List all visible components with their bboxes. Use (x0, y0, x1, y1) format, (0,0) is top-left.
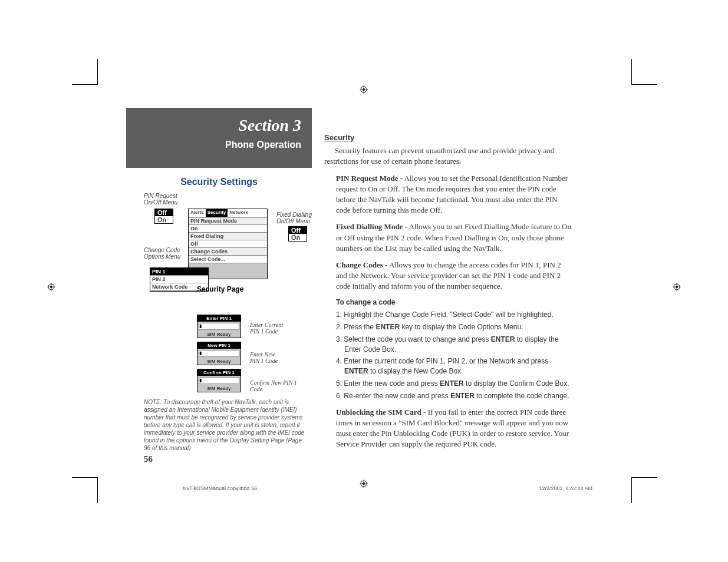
fixed-dialling-paragraph: Fixed Dialling Mode - Allows you to set … (336, 222, 572, 254)
code-entry-boxes: Enter PIN 1 SIM Ready Enter Current PIN … (126, 315, 312, 392)
pin-request-label: PIN Request On/Off Menu (144, 193, 177, 206)
crop-mark-br (631, 477, 657, 503)
confirm-label: Confirm New PIN 1 Code (250, 379, 297, 392)
section-subtitle: Phone Operation (126, 140, 301, 150)
off-option: Off (155, 209, 173, 216)
off-option: Off (289, 227, 307, 234)
pin-input (199, 323, 239, 330)
step-4: 4. Enter the current code for PIN 1, PIN… (336, 356, 572, 376)
confirm-pin-header: Confirm PIN 1 (197, 369, 241, 376)
note-text: NOTE: To discourage theft of your NavTal… (126, 398, 312, 452)
tab-security: Security (206, 209, 228, 217)
registration-mark-icon (47, 283, 55, 293)
section-title: Section 3 (126, 116, 301, 135)
unblock-paragraph: Unblocking the SIM Card - If you fail to… (336, 407, 572, 450)
step-6: 6. Re-enter the new code and press ENTER… (336, 391, 572, 401)
page-number: 56 (144, 454, 312, 464)
change-code-label: Change Code Options Menu (144, 247, 180, 260)
footer-timestamp: 12/2/2002, 8:42:44 AM (539, 485, 592, 491)
menu-fixed-dialing: Fixed Dialing (189, 233, 267, 240)
pin-input (199, 350, 239, 357)
crop-mark-tr (631, 59, 657, 85)
footer-filename: NvTlkGSMManual copy.indd 56 (183, 485, 257, 491)
crop-mark-tl (72, 59, 98, 85)
enter-new-label: Enter New PIN 1 Code (250, 351, 278, 364)
footer-meta: NvTlkGSMManual copy.indd 56 12/2/2002, 8… (183, 485, 592, 491)
change-codes-label: Change Codes - (336, 260, 387, 269)
step-2: 2. Press the ENTER key to display the Co… (336, 322, 572, 332)
diagram-area: PIN Request On/Off Menu Off On Fixed Dia… (126, 191, 312, 309)
change-codes-paragraph: Change Codes - Allows you to change the … (336, 260, 572, 292)
tab-network: Network (228, 209, 250, 217)
fixed-dialling-label: Fixed Dialling On/Off Menu (276, 211, 312, 224)
confirm-pin-box: Confirm PIN 1 SIM Ready (197, 369, 241, 392)
new-pin-box: New PIN 1 SIM Ready (197, 342, 241, 365)
pin-request-toggle: Off On (154, 209, 173, 224)
menu-off: Off (189, 240, 267, 248)
enter-current-label: Enter Current PIN 1 Code (250, 322, 283, 335)
enter-pin-box: Enter PIN 1 SIM Ready (197, 315, 241, 338)
unblock-label: Unblocking the SIM Card - (336, 408, 426, 416)
fixed-dialling-toggle: Off On (288, 226, 307, 242)
menu-on: On (189, 225, 267, 233)
step-1: 1. Highlight the Change Code Field. "Sel… (336, 310, 572, 320)
code-pin2: PIN 2 (150, 276, 208, 283)
security-page-caption: Security Page (197, 285, 243, 293)
tab-alerts: Alerts (189, 209, 206, 217)
pin-request-paragraph: PIN Request Mode - Allows you to set the… (336, 173, 572, 216)
sim-ready-label: SIM Ready (197, 358, 241, 365)
to-change-heading: To change a code (336, 297, 572, 308)
menu-change-codes: Change Codes (189, 248, 267, 256)
new-pin-header: New PIN 1 (197, 342, 241, 349)
crop-mark-bl (72, 477, 98, 503)
on-option: On (289, 234, 307, 241)
fixed-dialling-mode-label: Fixed Dialling Mode - (336, 222, 407, 231)
security-heading: Security (324, 133, 572, 143)
left-column-title: Security Settings (126, 177, 312, 187)
steps-list: 1. Highlight the Change Code Field. "Sel… (336, 310, 572, 401)
registration-mark-icon (673, 283, 681, 293)
sim-ready-label: SIM Ready (197, 385, 241, 392)
right-column: Security Security features can prevent u… (324, 133, 572, 455)
step-3: 3. Select the code you want to change an… (336, 335, 572, 355)
step-5: 5. Enter the new code and press ENTER to… (336, 379, 572, 389)
section-header: Section 3 Phone Operation (126, 108, 312, 168)
registration-mark-icon (360, 85, 368, 96)
code-pin1: PIN 1 (150, 268, 208, 276)
intro-paragraph: Security features can prevent unauthoriz… (324, 146, 572, 167)
menu-select-code: Select Code... (189, 256, 267, 263)
sim-ready-label: SIM Ready (197, 331, 241, 338)
on-option: On (155, 216, 173, 223)
pin-request-mode-label: PIN Request Mode - (336, 174, 403, 183)
pin-input (199, 377, 239, 384)
menu-pin-request: PIN Request Mode (189, 217, 267, 225)
enter-pin-header: Enter PIN 1 (197, 315, 241, 322)
